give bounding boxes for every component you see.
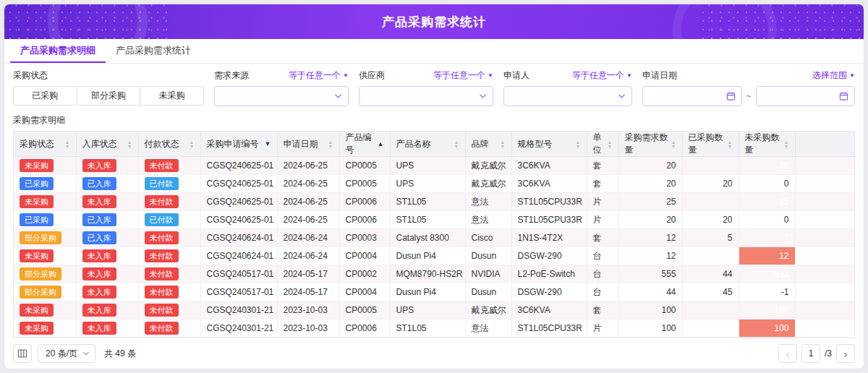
status-badge: 已入库 — [82, 177, 116, 190]
cell: CP0006 — [339, 211, 390, 229]
tab-procurement-stats[interactable]: 产品采购需求统计 — [106, 39, 201, 63]
sort-icon[interactable]: ▲▼ — [576, 140, 581, 148]
table-row[interactable]: 部分采购已入库未付款CGSQ240624-012024-06-24CP0003C… — [14, 229, 854, 247]
option-partially-purchased[interactable]: 部分采购 — [77, 86, 141, 106]
operator-text: 等于任意一个 — [433, 69, 485, 82]
table-row[interactable]: 已采购已入库已付款CGSQ240625-012024-06-25CP0006ST… — [14, 211, 854, 229]
cell: CP0003 — [339, 229, 390, 247]
column-header-inner: 已采购数量▲▼ — [689, 132, 733, 156]
sort-icon[interactable]: ▲▼ — [190, 140, 195, 148]
date-from-input[interactable] — [642, 86, 742, 106]
header-decoration-left — [4, 4, 171, 39]
column-header[interactable]: 品牌▲▼ — [465, 132, 511, 157]
cell: CP0006 — [339, 193, 390, 211]
cell: 戴克威尔 — [465, 175, 511, 193]
cell — [682, 157, 739, 175]
status-cell: 部分采购 — [14, 265, 76, 283]
date-range-inputs: ~ — [642, 86, 855, 106]
option-not-purchased[interactable]: 未采购 — [140, 86, 204, 106]
next-page-button[interactable]: › — [836, 344, 855, 363]
date-range-operator-dropdown[interactable]: 选择范围 ▼ — [812, 69, 855, 82]
column-header[interactable]: 产品名称▲▼ — [390, 132, 465, 157]
tab-procurement-detail[interactable]: 产品采购需求明细 — [10, 39, 106, 63]
cell: L2-PoE-Switch — [511, 265, 587, 283]
cell: 45 — [682, 283, 739, 301]
table-row[interactable]: 部分采购未入库未付款CGSQ240517-012024-05-17CP0004D… — [14, 283, 854, 301]
column-label: 入库状态 — [82, 138, 117, 150]
table-row[interactable]: 未采购未入库未付款CGSQ240625-012024-06-25CP0006ST… — [14, 193, 854, 211]
table-row[interactable]: 未采购未入库未付款CGSQ240301-212023-10-03CP0005UP… — [14, 301, 854, 320]
cell-filler — [795, 265, 854, 283]
page-size-select[interactable]: 20 条/页 — [38, 344, 95, 363]
column-header[interactable]: 付款状态▲▼ — [138, 132, 200, 157]
sort-icon[interactable]: ▲▼ — [784, 140, 789, 148]
table-row[interactable]: 未采购未入库未付款CGSQ240301-212023-10-03CP0006ST… — [14, 320, 854, 338]
sort-icon[interactable]: ▲▼ — [328, 140, 333, 148]
sort-icon[interactable]: ▲▼ — [65, 140, 70, 148]
cell: 戴克威尔 — [465, 157, 511, 175]
demand-source-select[interactable] — [214, 86, 349, 106]
cell — [682, 320, 739, 338]
cell: 2024-05-17 — [277, 265, 339, 283]
column-header[interactable]: 规格型号▲▼ — [511, 132, 587, 157]
column-settings-button[interactable] — [13, 344, 32, 363]
column-header[interactable]: 采购申请编号▼ — [200, 132, 277, 157]
sort-icon[interactable]: ▲▼ — [501, 140, 506, 148]
column-settings-icon — [17, 348, 27, 359]
prev-page-button[interactable]: ‹ — [778, 344, 797, 363]
current-page-input[interactable]: 1 — [801, 344, 820, 363]
total-count: 共 49 条 — [104, 348, 136, 360]
table-row[interactable]: 部分采购未入库未付款CGSQ240517-012024-05-17CP0002M… — [14, 265, 854, 283]
status-cell: 未付款 — [138, 157, 200, 175]
cell: Dusun Pi4 — [390, 283, 465, 301]
column-header-inner: 未采购数量▲▼ — [745, 132, 789, 156]
supplier-operator-dropdown[interactable]: 等于任意一个 ▼ — [433, 69, 493, 82]
column-header[interactable]: 单位▲▼ — [587, 132, 618, 157]
table-row[interactable]: 未采购未入库未付款CGSQ240624-012024-06-24CP0004Du… — [14, 247, 854, 265]
sort-asc-icon[interactable]: ▲ — [378, 141, 384, 147]
section-title: 采购需求明细 — [4, 112, 864, 131]
status-badge: 已付款 — [145, 177, 179, 190]
column-header[interactable]: 采购状态▲▼ — [14, 132, 76, 157]
status-badge: 未付款 — [145, 304, 179, 317]
column-header[interactable]: 产品编号▲ — [339, 132, 390, 157]
filter-purchase-status: 采购状态 已采购部分采购未采购 — [13, 69, 204, 106]
applicant-select[interactable] — [503, 86, 632, 106]
column-header-inner: 品牌▲▼ — [472, 138, 506, 150]
sort-icon[interactable]: ▲▼ — [608, 140, 613, 148]
table-row[interactable]: 已采购已入库已付款CGSQ240625-012024-06-25CP0005UP… — [14, 175, 854, 193]
sort-icon[interactable]: ▲▼ — [454, 140, 459, 148]
column-header[interactable]: 未采购数量▲▼ — [739, 132, 795, 157]
sort-icon[interactable]: ▲▼ — [127, 140, 132, 148]
table-head: 采购状态▲▼入库状态▲▼付款状态▲▼采购申请编号▼申请日期▲▼产品编号▲产品名称… — [14, 132, 854, 157]
column-header-inner: 单位▲▼ — [593, 132, 613, 156]
cell: DSGW-290 — [511, 283, 587, 301]
sort-desc-icon[interactable]: ▼ — [265, 141, 271, 147]
option-purchased[interactable]: 已采购 — [13, 86, 77, 106]
chevron-down-icon — [82, 350, 90, 357]
status-badge: 未付款 — [145, 286, 179, 299]
table-row[interactable]: 未采购未入库未付款CGSQ240625-012024-06-25CP0005UP… — [14, 157, 854, 175]
sort-icon[interactable]: ▲▼ — [671, 140, 676, 148]
column-header[interactable]: 申请日期▲▼ — [277, 132, 339, 157]
cell: 7 — [739, 229, 795, 247]
cell: 20 — [739, 157, 795, 175]
supplier-select[interactable] — [359, 86, 493, 106]
status-badge: 未入库 — [82, 286, 116, 299]
status-cell: 未采购 — [14, 193, 76, 211]
column-header[interactable]: 已采购数量▲▼ — [682, 132, 739, 157]
sort-icon[interactable]: ▲▼ — [728, 140, 733, 148]
column-header-inner: 产品编号▲ — [346, 132, 384, 156]
status-badge: 已采购 — [20, 213, 54, 226]
column-header[interactable]: 入库状态▲▼ — [76, 132, 138, 157]
status-cell: 未采购 — [14, 247, 76, 265]
date-to-input[interactable] — [756, 86, 856, 106]
cell: 2023-10-03 — [277, 320, 339, 338]
applicant-operator-dropdown[interactable]: 等于任意一个 ▼ — [572, 69, 632, 82]
cell: CP0005 — [339, 175, 390, 193]
demand-source-operator-dropdown[interactable]: 等于任意一个 ▼ — [289, 69, 349, 82]
sort-down-arrow: ▼ — [454, 144, 459, 148]
column-header[interactable]: 采购需求数量▲▼ — [618, 132, 682, 157]
status-cell: 已付款 — [138, 211, 200, 229]
column-label: 申请日期 — [284, 138, 318, 150]
